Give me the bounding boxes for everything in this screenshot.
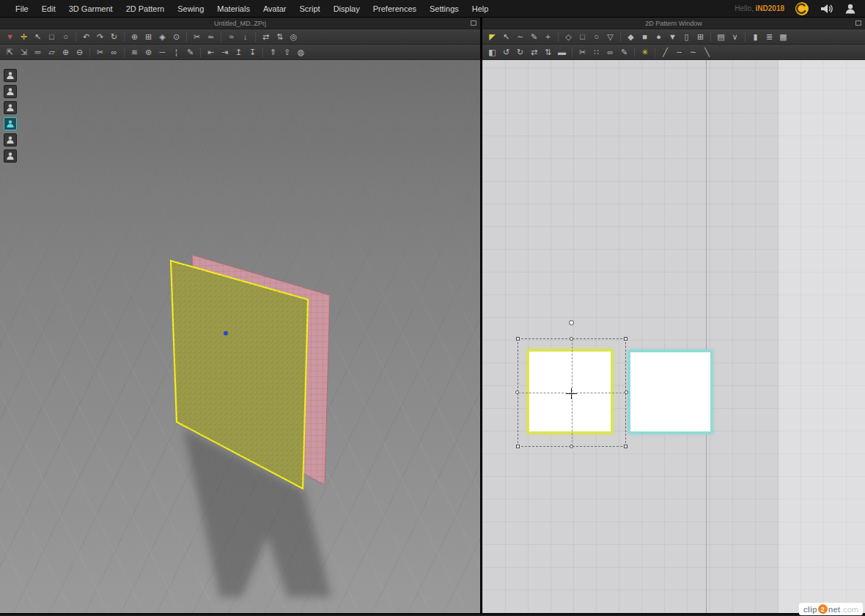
pin-tool[interactable]: ⊕ (128, 31, 141, 43)
float-window-icon[interactable] (855, 21, 861, 26)
knife-tool[interactable]: ╲ (701, 46, 713, 59)
pin-point[interactable] (224, 331, 228, 335)
simulate-button[interactable]: ▼ (4, 31, 16, 43)
sewing-merge-tool[interactable]: ∞ (108, 46, 120, 59)
menu-3d-garment[interactable]: 3D Garment (62, 0, 119, 18)
float-window-icon[interactable] (471, 21, 476, 26)
inner-rectangle-tool[interactable]: ■ (638, 31, 651, 43)
align-top-button[interactable]: ↥ (232, 46, 245, 59)
align-right-button[interactable]: ⇥ (218, 46, 231, 59)
wind-controller-tool[interactable]: ≈ (225, 31, 238, 43)
press-tool[interactable]: ▬ (556, 46, 568, 59)
edit-sewing-tool[interactable]: ✎ (618, 46, 630, 59)
resize-handle-top-left[interactable] (516, 337, 520, 341)
fold-arrangement-tool[interactable]: ◈ (156, 31, 169, 43)
seam-allowance-tool[interactable]: ▤ (715, 31, 727, 43)
inner-dart-tool[interactable]: ▼ (666, 31, 679, 43)
resize-handle-top-middle[interactable] (570, 337, 573, 341)
menu-help[interactable]: Help (465, 0, 496, 18)
circle-tool[interactable]: ○ (590, 31, 603, 43)
dashed-line-tool[interactable]: ╌ (673, 46, 685, 59)
select-move-tool[interactable]: ↖ (32, 31, 44, 43)
tack-on-avatar-tool[interactable]: ⊙ (170, 31, 183, 43)
transform-pattern-tool[interactable]: ◤ (486, 31, 498, 43)
redo-button[interactable]: ↷ (94, 31, 106, 43)
license-badge-icon[interactable] (795, 1, 809, 16)
menu-edit[interactable]: Edit (35, 0, 62, 18)
lift-garment-button[interactable]: ⇧ (281, 46, 293, 59)
inner-polygon-tool[interactable]: ◆ (625, 31, 637, 43)
align-left-button[interactable]: ⇤ (205, 46, 217, 59)
pattern-piece-2[interactable] (628, 350, 713, 434)
annotation-tool[interactable]: ≣ (763, 31, 776, 43)
rotate-handle[interactable] (569, 320, 574, 325)
raise-garment-button[interactable]: ⇑ (267, 46, 279, 59)
flatten-tool[interactable]: ▱ (45, 46, 58, 59)
base-line-tool[interactable]: ▯ (680, 31, 693, 43)
avatar-gizmo-tool[interactable]: ⇱ (4, 46, 16, 59)
menu-avatar[interactable]: Avatar (257, 0, 293, 18)
edit-pattern-tool[interactable]: ↖ (500, 31, 512, 43)
sew-segment-tool[interactable]: ∷ (590, 46, 603, 59)
seam-edit-tool[interactable]: ≃ (205, 31, 217, 43)
thermometer-tool[interactable]: ¦ (170, 46, 183, 59)
resize-handle-bottom-left[interactable] (516, 445, 520, 448)
account-icon[interactable] (844, 3, 856, 15)
menu-preferences[interactable]: Preferences (367, 0, 423, 18)
show-seam-toggle[interactable]: ✳ (638, 46, 651, 59)
gravity-tool[interactable]: ↓ (239, 31, 251, 43)
edit-curve-point-tool[interactable]: ✎ (528, 31, 540, 43)
rotate-ccw-tool[interactable]: ↺ (500, 46, 512, 59)
2d-pattern-viewport[interactable] (482, 60, 865, 613)
pin-remove-tool[interactable]: ⊖ (73, 46, 86, 59)
3d-viewport[interactable] (0, 60, 480, 613)
wave-line-tool[interactable]: ∼ (687, 46, 699, 59)
sewing-scissors-tool[interactable]: ✂ (94, 46, 106, 59)
pin-box-tool[interactable]: ⊞ (142, 31, 155, 43)
trace-tool[interactable]: ⊞ (694, 31, 707, 43)
align-bottom-button[interactable]: ↧ (246, 46, 259, 59)
sew-free-tool[interactable]: ✂ (576, 46, 589, 59)
tape-measure-tool[interactable]: ═ (32, 46, 44, 59)
world-view-button[interactable]: ◍ (295, 46, 307, 59)
rectangle-select-tool[interactable]: □ (45, 31, 58, 43)
steam-brush-tool[interactable]: ≋ (128, 46, 141, 59)
sew-multi-tool[interactable]: ∞ (604, 46, 616, 59)
flip-vertical-tool[interactable]: ⇅ (542, 46, 554, 59)
pin-add-tool[interactable]: ⊕ (59, 46, 72, 59)
style-dropper-tool[interactable]: ✎ (184, 46, 196, 59)
resize-handle-bottom-middle[interactable] (570, 445, 573, 448)
menu-2d-pattern[interactable]: 2D Pattern (119, 0, 172, 18)
flip-horizontal-tool[interactable]: ⇄ (528, 46, 540, 59)
polygon-tool[interactable]: ◇ (562, 31, 575, 43)
avatar-scale-tool[interactable]: ⇲ (18, 46, 30, 59)
menu-settings[interactable]: Settings (423, 0, 465, 18)
texture-tool[interactable]: ▦ (777, 31, 789, 43)
reset-arrangement-button[interactable]: ↻ (108, 31, 120, 43)
show-shoes-toggle[interactable] (4, 101, 17, 114)
sewing-tool[interactable]: ✂ (191, 31, 203, 43)
show-accessory-toggle[interactable] (4, 133, 17, 146)
speaker-icon[interactable] (820, 3, 834, 15)
menu-sewing[interactable]: Sewing (171, 0, 210, 18)
show-garment-toggle[interactable] (4, 117, 17, 130)
rotate-cw-tool[interactable]: ↻ (514, 46, 526, 59)
undo-button[interactable]: ↶ (80, 31, 92, 43)
menu-display[interactable]: Display (327, 0, 367, 18)
resize-handle-middle-left[interactable] (515, 390, 519, 394)
updown-sync-toggle[interactable]: ⇅ (273, 31, 286, 43)
sync-toggle[interactable]: ⇄ (260, 31, 272, 43)
unfold-tool[interactable]: ◧ (486, 46, 498, 59)
transform-center-crosshair[interactable] (566, 388, 577, 399)
menu-file[interactable]: File (9, 0, 35, 18)
add-point-tool[interactable]: + (542, 31, 554, 43)
menu-script[interactable]: Script (293, 0, 327, 18)
notch-tool[interactable]: ∨ (729, 31, 741, 43)
rectangle-tool[interactable]: □ (576, 31, 589, 43)
lasso-select-tool[interactable]: ○ (59, 31, 72, 43)
grading-tool[interactable]: ▮ (749, 31, 762, 43)
world-axis-toggle[interactable]: ◎ (287, 31, 300, 43)
dart-tool[interactable]: ▽ (604, 31, 616, 43)
menu-materials[interactable]: Materials (210, 0, 257, 18)
resize-handle-bottom-right[interactable] (624, 445, 627, 448)
